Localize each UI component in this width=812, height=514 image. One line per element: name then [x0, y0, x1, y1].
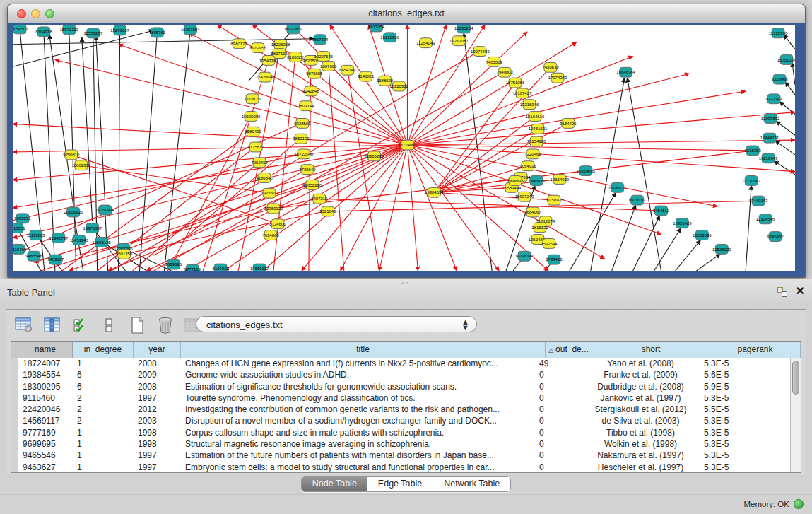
network-edge[interactable]: [675, 240, 700, 271]
network-node[interactable]: 9777169: [184, 264, 201, 271]
network-node[interactable]: 7925610: [261, 188, 278, 198]
tab-node-table[interactable]: Node Table: [302, 477, 367, 491]
float-panel-icon[interactable]: [777, 287, 788, 298]
network-node[interactable]: 9463627: [47, 255, 64, 264]
network-node[interactable]: 13654923: [551, 175, 570, 185]
network-edge[interactable]: [407, 112, 795, 145]
network-node[interactable]: 15972110: [60, 25, 79, 35]
network-node[interactable]: 18951429: [673, 218, 692, 228]
network-edge[interactable]: [591, 78, 625, 271]
network-edge[interactable]: [407, 145, 604, 259]
network-edge[interactable]: [407, 140, 795, 145]
network-node[interactable]: 16203836: [693, 230, 712, 240]
network-edge[interactable]: [434, 83, 515, 192]
network-node[interactable]: 16107427: [513, 88, 532, 98]
network-edge[interactable]: [167, 116, 251, 271]
network-node[interactable]: 8580490: [245, 127, 261, 136]
column-header-out_de[interactable]: △out_de...: [546, 342, 592, 358]
network-node[interactable]: 16154926: [527, 136, 546, 146]
network-edge[interactable]: [302, 145, 408, 271]
network-edge[interactable]: [628, 78, 661, 271]
network-node[interactable]: 3852130: [293, 134, 310, 144]
memory-status-light[interactable]: [794, 499, 804, 509]
network-node[interactable]: 12770547: [742, 176, 761, 186]
network-node[interactable]: 9115460: [13, 244, 27, 254]
network-node[interactable]: 17359924: [95, 205, 114, 215]
network-edge[interactable]: [13, 39, 314, 45]
network-node[interactable]: 19975887: [83, 223, 102, 233]
network-edge[interactable]: [140, 33, 158, 271]
column-header-pagerank[interactable]: pagerank: [710, 342, 801, 358]
network-node[interactable]: 9521840: [319, 206, 336, 216]
table-row[interactable]: 911546021997Tourette syndrome. Phenomeno…: [11, 392, 790, 404]
table-row[interactable]: 1456911722003Disruption of a novel membe…: [11, 415, 790, 426]
scrollbar-thumb[interactable]: [792, 361, 799, 395]
network-node[interactable]: 8813054: [368, 25, 385, 32]
network-edge[interactable]: [407, 145, 418, 271]
tab-edge-table[interactable]: Edge Table: [367, 477, 433, 491]
table-selector-dropdown[interactable]: citations_edges.txt ▲▼: [196, 316, 477, 332]
network-node[interactable]: 9465546: [25, 251, 42, 261]
network-edge[interactable]: [785, 82, 795, 95]
network-edge[interactable]: [407, 91, 746, 145]
network-edge[interactable]: [379, 145, 408, 271]
table-row[interactable]: 946362711997Embryonic stem cells: a mode…: [11, 462, 790, 472]
network-node[interactable]: 9054501: [13, 25, 28, 34]
network-edge[interactable]: [153, 71, 505, 271]
show-column-icon[interactable]: [42, 315, 62, 335]
table-row[interactable]: 969969511998Structural magnetic resonanc…: [11, 438, 790, 450]
network-node[interactable]: 9699695: [165, 259, 182, 269]
network-node[interactable]: 8730640: [299, 165, 316, 175]
network-edge[interactable]: [96, 36, 105, 203]
network-node[interactable]: 16033809: [284, 25, 303, 34]
network-node[interactable]: 10590090: [242, 112, 261, 122]
network-node[interactable]: 17974343: [548, 73, 567, 83]
network-node[interactable]: 9329966: [771, 74, 788, 84]
network-node[interactable]: 9487210: [311, 194, 328, 204]
network-edge[interactable]: [696, 254, 720, 271]
network-edge[interactable]: [774, 161, 795, 175]
network-edge[interactable]: [434, 123, 567, 192]
tab-network-table[interactable]: Network Table: [433, 477, 510, 491]
network-node[interactable]: 9227343: [765, 94, 782, 104]
network-node[interactable]: 18907249: [515, 192, 534, 201]
network-node[interactable]: 20206535: [64, 207, 83, 217]
network-node[interactable]: 18130254: [454, 25, 473, 33]
network-node[interactable]: 9501350: [116, 249, 133, 259]
network-node[interactable]: 12526120: [712, 244, 731, 254]
network-node[interactable]: 9154406: [560, 118, 577, 128]
network-node[interactable]: 22420046: [256, 72, 275, 82]
network-node[interactable]: 13216046: [520, 100, 539, 110]
network-edge[interactable]: [82, 37, 93, 221]
network-edge[interactable]: [55, 59, 408, 145]
network-node[interactable]: 1733426: [546, 255, 563, 264]
network-node[interactable]: 18226058: [271, 40, 290, 49]
network-edge[interactable]: [612, 205, 636, 271]
network-node[interactable]: 11254049: [416, 38, 435, 48]
network-node[interactable]: 14136141: [515, 251, 534, 261]
network-node[interactable]: 7450830: [542, 62, 559, 72]
network-node[interactable]: 10553257: [83, 28, 102, 38]
network-node[interactable]: 7252460: [251, 158, 268, 168]
table-row[interactable]: 1872400712008Changes of HCN gene express…: [11, 358, 790, 369]
network-node[interactable]: 7895761: [149, 28, 166, 37]
new-table-icon[interactable]: [126, 315, 147, 335]
network-node[interactable]: 7949003: [497, 67, 514, 77]
network-node[interactable]: 2803144: [298, 101, 314, 111]
network-edge[interactable]: [407, 74, 689, 145]
table-row[interactable]: 2242004622012Investigating the contribut…: [11, 404, 790, 415]
network-node[interactable]: 2718170: [244, 94, 261, 104]
close-panel-icon[interactable]: ✕: [796, 285, 805, 298]
network-node[interactable]: 10862080: [71, 160, 90, 170]
network-edge[interactable]: [654, 228, 681, 271]
network-node[interactable]: 7857224: [312, 35, 329, 45]
table-vertical-scrollbar[interactable]: [790, 358, 801, 472]
table-row[interactable]: 1830029562008Estimation of significance …: [11, 381, 790, 392]
network-node[interactable]: 15751074: [777, 55, 795, 65]
network-edge[interactable]: [784, 35, 795, 49]
network-node[interactable]: 8104318: [35, 27, 52, 37]
network-edge[interactable]: [407, 145, 753, 151]
network-edge[interactable]: [633, 216, 660, 271]
network-node[interactable]: 1840935: [528, 176, 545, 186]
network-edge[interactable]: [119, 30, 120, 271]
